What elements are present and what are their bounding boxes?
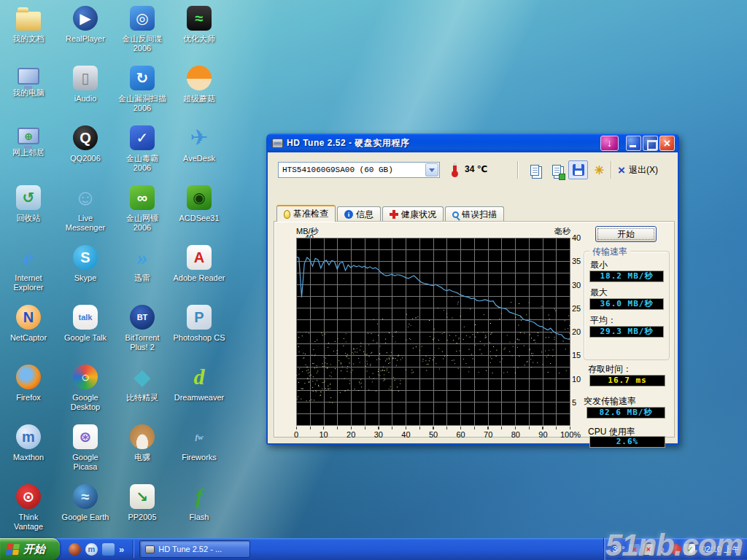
options-button[interactable]: ✳ xyxy=(589,160,609,179)
tab-info[interactable]: i 信息 xyxy=(337,206,381,222)
desktop-icon-iaudio[interactable]: ▯iAudio xyxy=(57,63,114,122)
minimize-button[interactable] xyxy=(626,136,641,151)
quicklaunch-maxthon-icon[interactable]: m xyxy=(85,543,98,556)
desktop-icon-google-desktop[interactable]: ○Google Desktop xyxy=(57,362,114,421)
desktop-icon-kingsoft-wangbiao-2006[interactable]: ∞金山网镖 2006 xyxy=(114,182,171,242)
benchmark-start-button[interactable]: 开始 xyxy=(595,226,657,242)
desktop-icon-kingsoft-antispy-2006[interactable]: ◎金山反间谍 2006 xyxy=(114,3,171,63)
taskbar-task-hdtune[interactable]: HD Tune 2.52 - ... xyxy=(139,540,250,558)
desktop-icon-label: Firefox xyxy=(16,393,41,402)
desktop-icon-xunlei[interactable]: »迅雷 xyxy=(114,242,171,302)
quicklaunch-chevron-icon[interactable]: » xyxy=(119,544,124,555)
live-messenger-icon: ☺ xyxy=(73,185,98,210)
desktop-icon-internet-explorer[interactable]: eInternet Explorer xyxy=(0,242,57,302)
quicklaunch-ie-window-icon[interactable] xyxy=(102,543,115,556)
desktop-icon-label: PP2005 xyxy=(128,513,156,522)
desktop-icon-acdsee31[interactable]: ◉ACDSee31 xyxy=(171,182,228,242)
desktop-icon-avedesk[interactable]: ✈AveDesk xyxy=(171,122,228,182)
desktop-icon-kingsoft-duba-2006[interactable]: ✓金山毒霸 2006 xyxy=(114,122,171,182)
drive-select[interactable]: HTS541060G9SA00 (60 GB) xyxy=(278,162,440,178)
y-axis-title-right: 毫秒 xyxy=(537,226,570,237)
desktop-icon-super-mushroom[interactable]: 超级蘑菇 xyxy=(171,63,228,122)
desktop-icon-label: Google Earth xyxy=(62,513,109,522)
desktop-icon-skype[interactable]: SSkype xyxy=(57,242,114,302)
task-button-label: HD Tune 2.52 - ... xyxy=(158,545,222,553)
desktop-icon-network-places[interactable]: ⊕网上邻居 xyxy=(0,122,57,182)
desktop-icon-label: ACDSee31 xyxy=(179,214,219,223)
desktop-icon-google-talk[interactable]: talkGoogle Talk xyxy=(57,302,114,362)
desktop-icon-google-earth[interactable]: ≈Google Earth xyxy=(57,481,114,541)
desktop-icon-label: Google Desktop xyxy=(71,393,100,412)
desktop-icon-recycle-bin[interactable]: ↺回收站 xyxy=(0,182,57,242)
tray-temperature: 34° xyxy=(613,545,625,553)
desktop-icon-adobe-reader[interactable]: AAdobe Reader xyxy=(171,242,228,302)
bitspirit-icon: ◆ xyxy=(130,365,155,389)
system-tray: 34° × × ♪ ✓ 02:10 上午 xyxy=(603,538,747,560)
start-button[interactable]: 开始 xyxy=(0,538,60,560)
adobe-reader-icon: A xyxy=(187,245,212,270)
desktop-icon-emule[interactable]: 电骡 xyxy=(114,421,171,481)
tab-label: 信息 xyxy=(356,209,374,221)
tab-health[interactable]: 健康状况 xyxy=(382,206,444,222)
cpu-usage-display: 2.6% xyxy=(589,436,665,448)
desktop-icon-google-picasa[interactable]: ⊛Google Picasa xyxy=(57,421,114,481)
super-mushroom-icon xyxy=(187,66,212,90)
max-label: 最大 xyxy=(590,287,608,299)
copy-image-button[interactable] xyxy=(546,160,566,179)
desktop-icon-label: Flash xyxy=(190,513,209,522)
network-places-icon: ⊕ xyxy=(18,128,39,144)
desktop-icon-thinkvantage[interactable]: ⊙Think Vantage xyxy=(0,481,57,541)
drive-select-value: HTS541060G9SA00 (60 GB) xyxy=(279,166,425,174)
tab-label: 健康状况 xyxy=(401,209,436,221)
desktop-icon-firefox[interactable]: Firefox xyxy=(0,362,57,421)
desktop-icon-kingsoft-vulnscan-2006[interactable]: ↻金山漏洞扫描 2006 xyxy=(114,63,171,122)
desktop-icon-realplayer[interactable]: ▶RealPlayer xyxy=(57,3,114,63)
exit-label: 退出(X) xyxy=(629,164,658,176)
desktop-icon-fireworks[interactable]: fwFireworks xyxy=(171,421,228,481)
desktop-icon-qq2006[interactable]: QQQ2006 xyxy=(57,122,114,182)
desktop-icon-maxthon[interactable]: mMaxthon xyxy=(0,421,57,481)
desktop-icon-photoshop-cs[interactable]: PPhotoshop CS xyxy=(171,302,228,362)
quicklaunch-browser-swirl-icon[interactable] xyxy=(69,543,81,556)
desktop-icon-dreamweaver[interactable]: dDreamweaver xyxy=(171,362,228,421)
x-axis-label: 100% xyxy=(560,430,581,439)
security-alert-icon[interactable] xyxy=(670,544,681,555)
network-disconnected-icon[interactable]: × xyxy=(629,544,640,555)
google-talk-icon: talk xyxy=(73,305,98,330)
volume-icon[interactable]: ♪ xyxy=(657,544,667,555)
desktop-icon-flash[interactable]: fFlash xyxy=(171,481,228,541)
avg-label: 平均： xyxy=(590,314,616,327)
close-button[interactable] xyxy=(659,136,675,151)
tray-clock: 02:10 上午 xyxy=(701,544,740,555)
desktop-icon-label: Dreamweaver xyxy=(174,393,224,402)
antivirus-icon[interactable]: ✓ xyxy=(684,544,695,555)
combo-arrow-icon[interactable] xyxy=(425,163,438,176)
desktop-icon-my-documents[interactable]: 我的文档 xyxy=(0,3,57,63)
taskbar-separator xyxy=(133,540,133,558)
desktop-icon-my-computer[interactable]: 我的电脑 xyxy=(0,63,57,122)
desktop-icon-youhua-dashi[interactable]: ≈优化大师 xyxy=(171,3,228,63)
tab-errorscan[interactable]: 错误扫描 xyxy=(445,206,504,222)
burst-rate-display: 82.6 MB/秒 xyxy=(587,407,665,419)
maximize-button[interactable] xyxy=(643,136,658,151)
desktop-icon-label: Internet Explorer xyxy=(14,273,44,292)
access-time-display: 16.7 ms xyxy=(589,375,665,386)
x-axis-label: 90 xyxy=(538,430,547,439)
recycle-bin-icon: ↺ xyxy=(16,185,41,210)
desktop-icon-label: Live Messenger xyxy=(66,214,105,233)
desktop-icon-bitspirit[interactable]: ◆比特精灵 xyxy=(114,362,171,421)
tab-benchmark[interactable]: 基准检查 xyxy=(276,205,336,222)
copy-text-button[interactable] xyxy=(525,160,544,179)
x-axis-label: 10 xyxy=(319,430,328,439)
transfer-rate-group: 传输速率 最小 18.2 MB/秒 最大 36.0 MB/秒 平均： 29.3 … xyxy=(584,251,670,360)
download-overlay-button[interactable]: ↓ xyxy=(600,136,619,151)
device-error-icon[interactable]: × xyxy=(643,544,654,555)
desktop-icon-pp2005[interactable]: ↘PP2005 xyxy=(114,481,171,541)
desktop-icon-bittorrent-plus-2[interactable]: BTBitTorrent Plus! 2 xyxy=(114,302,171,362)
window-titlebar[interactable]: HD Tune 2.52 - 硬盘实用程序 ↓ xyxy=(268,133,678,152)
save-button[interactable] xyxy=(568,160,588,179)
desktop-icon-label: 网上邻居 xyxy=(12,148,44,158)
desktop-icon-netcaptor[interactable]: NNetCaptor xyxy=(0,302,57,362)
exit-button[interactable]: × 退出(X) xyxy=(618,162,658,178)
desktop-icon-live-messenger[interactable]: ☺Live Messenger xyxy=(57,182,114,242)
